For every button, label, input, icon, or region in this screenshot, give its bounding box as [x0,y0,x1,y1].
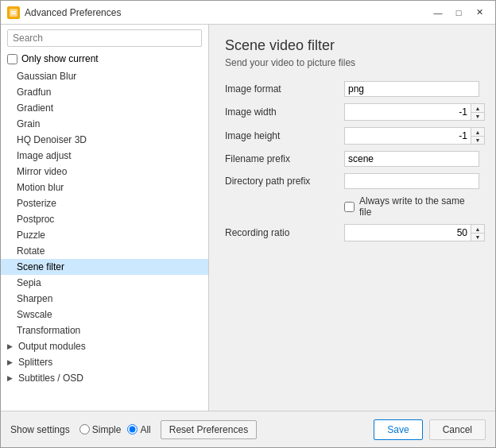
footer-left: Show settings Simple All Reset Preferenc… [10,420,257,439]
app-icon [7,6,20,19]
content-area: Only show current Gaussian BlurGradfunGr… [1,25,495,411]
tree-item-mirror-video[interactable]: Mirror video [1,164,208,180]
category-label: Splitters [18,357,52,368]
footer: Show settings Simple All Reset Preferenc… [1,411,495,447]
tree-item-gradient[interactable]: Gradient [1,100,208,116]
recording-ratio-spinner: ▲ ▼ [344,224,485,241]
tree-item-hq-denoiser-3d[interactable]: HQ Denoiser 3D [1,132,208,148]
svg-rect-0 [10,9,17,17]
recording-ratio-input[interactable] [344,224,471,241]
svg-rect-2 [11,13,16,14]
always-write-row: Always write to the same file [225,195,479,218]
filename-prefix-label: Filename prefix [225,153,344,164]
search-input[interactable] [7,29,202,47]
filename-prefix-row: Filename prefix [225,151,479,167]
tree-item-posterize[interactable]: Posterize [1,195,208,211]
panel-subtitle: Send your video to picture files [225,57,479,68]
filename-prefix-input[interactable] [344,151,479,167]
show-settings-label: Show settings [10,424,70,435]
image-height-spinner-btns: ▲ ▼ [471,127,485,145]
tree-item-scene-filter[interactable]: Scene filter [1,259,208,275]
chevron-icon: ▶ [7,342,15,350]
image-format-label: Image format [225,83,344,95]
tree-category-splitters[interactable]: ▶Splitters [1,354,208,370]
title-bar: Advanced Preferences — □ ✕ [1,1,495,25]
simple-radio[interactable] [79,424,90,434]
recording-ratio-spinner-btns: ▲ ▼ [471,224,485,241]
directory-path-input[interactable] [344,173,479,189]
tree-category-output-modules[interactable]: ▶Output modules [1,338,208,354]
tree-item-swscale[interactable]: Swscale [1,307,208,322]
directory-path-label: Directory path prefix [225,176,344,187]
recording-ratio-label: Recording ratio [225,227,344,238]
image-width-up[interactable]: ▲ [471,104,484,112]
tree-item-rotate[interactable]: Rotate [1,243,208,259]
tree-items-container: Gaussian BlurGradfunGradientGrainHQ Deno… [1,68,208,338]
left-panel: Only show current Gaussian BlurGradfunGr… [1,25,209,411]
image-width-spinner-btns: ▲ ▼ [471,103,485,121]
cancel-button[interactable]: Cancel [429,419,486,440]
recording-ratio-up[interactable]: ▲ [471,225,484,233]
tree-item-gradfun[interactable]: Gradfun [1,84,208,100]
tree-item-grain[interactable]: Grain [1,116,208,132]
only-show-current-row: Only show current [1,52,208,68]
radio-group: Simple All [79,424,151,435]
image-height-up[interactable]: ▲ [471,128,484,136]
tree-item-transformation[interactable]: Transformation [1,322,208,338]
recording-ratio-down[interactable]: ▼ [471,233,484,241]
always-write-checkbox[interactable] [344,202,355,212]
image-height-spinner: ▲ ▼ [344,127,485,145]
image-width-spinner: ▲ ▼ [344,103,485,121]
panel-title: Scene video filter [225,37,479,54]
image-format-input[interactable] [344,81,479,97]
category-label: Subtitles / OSD [18,373,83,384]
image-height-input[interactable] [344,127,471,145]
simple-label: Simple [92,424,122,435]
image-height-down[interactable]: ▼ [471,136,484,144]
title-bar-left: Advanced Preferences [7,6,121,19]
tree-item-sharpen[interactable]: Sharpen [1,291,208,307]
svg-rect-1 [11,11,16,13]
right-panel: Scene video filter Send your video to pi… [209,25,495,411]
tree-list: Gaussian BlurGradfunGradientGrainHQ Deno… [1,68,208,411]
tree-item-motion-blur[interactable]: Motion blur [1,180,208,195]
category-label: Output modules [18,341,86,352]
tree-category-subtitles-osd[interactable]: ▶Subtitles / OSD [1,370,208,386]
save-button[interactable]: Save [374,419,422,440]
only-show-current-checkbox[interactable] [7,54,17,64]
all-radio[interactable] [127,424,138,434]
image-width-row: Image width ▲ ▼ [225,103,479,121]
image-height-row: Image height ▲ ▼ [225,127,479,145]
image-width-down[interactable]: ▼ [471,112,484,120]
maximize-button[interactable]: □ [449,5,468,21]
simple-radio-item: Simple [79,424,122,435]
directory-path-row: Directory path prefix [225,173,479,189]
window-title: Advanced Preferences [25,7,121,18]
image-width-label: Image width [225,106,344,118]
recording-ratio-row: Recording ratio ▲ ▼ [225,224,479,241]
window-controls: — □ ✕ [428,5,489,21]
all-label: All [140,424,150,435]
always-write-label: Always write to the same file [359,195,479,218]
image-format-row: Image format [225,81,479,97]
only-show-current-label: Only show current [21,53,99,64]
tree-item-sepia[interactable]: Sepia [1,275,208,291]
all-radio-item: All [127,424,150,435]
tree-item-postproc[interactable]: Postproc [1,211,208,227]
minimize-button[interactable]: — [428,5,448,21]
reset-preferences-button[interactable]: Reset Preferences [161,420,257,439]
footer-right: Save Cancel [374,419,486,440]
tree-item-image-adjust[interactable]: Image adjust [1,148,208,164]
close-button[interactable]: ✕ [470,5,489,21]
tree-item-gaussian-blur[interactable]: Gaussian Blur [1,68,208,84]
chevron-icon: ▶ [7,374,15,382]
image-height-label: Image height [225,130,344,141]
chevron-icon: ▶ [7,358,15,366]
main-window: Advanced Preferences — □ ✕ Only show cur… [0,0,496,448]
tree-item-puzzle[interactable]: Puzzle [1,227,208,243]
image-width-input[interactable] [344,103,471,121]
